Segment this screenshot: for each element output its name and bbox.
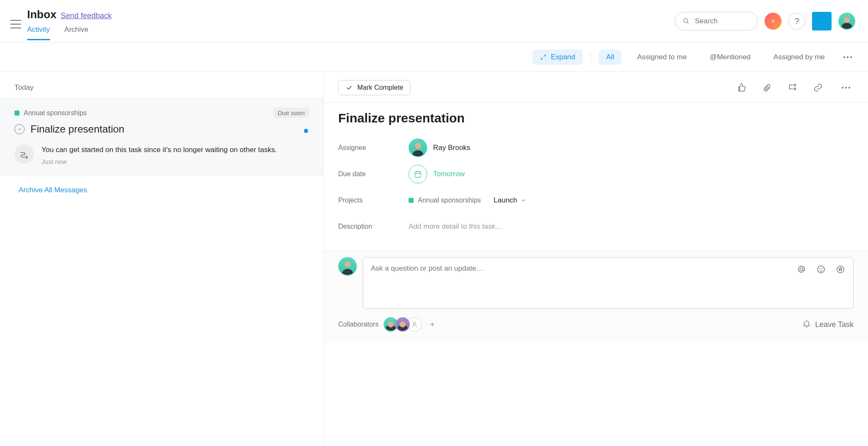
project-section-select[interactable]: Launch [494,196,527,205]
task-toolbar: Mark Complete [324,72,868,102]
svg-line-1 [687,22,688,23]
check-icon [345,84,353,91]
page-title: Inbox [27,8,56,21]
unread-indicator [304,129,308,133]
svg-point-0 [684,19,688,23]
mention-button[interactable] [796,264,807,274]
description-input[interactable]: Add more detail to this task… [409,222,503,231]
help-button[interactable]: ? [788,13,805,30]
send-feedback-link[interactable]: Send feedback [61,11,111,20]
archive-all-row: Archive All Messages [0,176,323,205]
field-due-date: Due date Tomorrow [338,163,854,185]
expand-label: Expand [551,53,576,61]
project-section-name: Launch [494,196,517,205]
smile-icon [816,265,826,274]
collaborators-row: Collaborators Leave Task [324,309,868,342]
search-input[interactable] [695,17,750,25]
subtask-icon [788,83,797,92]
svg-point-13 [413,322,415,324]
calendar-icon [409,165,427,183]
mark-complete-button[interactable]: Mark Complete [338,80,410,95]
leave-task-button[interactable]: Leave Task [802,320,854,329]
task-title[interactable]: Finalize presentation [338,111,854,125]
filter-assigned-to-me[interactable]: Assigned to me [629,50,694,65]
project-name: Annual sponsorships [24,109,87,117]
assignee-name: Ray Brooks [433,144,470,152]
due-date-value[interactable]: Tomorrow [409,165,465,183]
comment-composer-row [324,251,868,309]
due-badge: Due soon [273,108,309,118]
field-projects: Projects Annual sponsorships Launch [338,190,854,211]
notification-card[interactable]: Annual sponsorships Due soon Finalize pr… [0,99,323,176]
dependency-icon [14,144,34,164]
attachment-button[interactable] [762,83,772,93]
search-box[interactable] [675,12,758,30]
paperclip-icon [763,83,771,92]
svg-point-11 [822,269,822,269]
tab-activity[interactable]: Activity [27,25,50,40]
upgrade-button[interactable] [812,12,832,30]
separator [590,52,591,63]
person-icon [411,321,418,328]
assignee-label: Assignee [338,144,409,152]
complete-toggle[interactable] [14,124,25,134]
collaborators-label: Collaborators [338,321,378,328]
assignee-value[interactable]: Ray Brooks [409,139,470,157]
tab-archive[interactable]: Archive [64,25,89,40]
more-filters-button[interactable] [840,53,855,61]
archive-all-link[interactable]: Archive All Messages [19,186,87,194]
task-detail-pane: Mark Complete Finalize presentation Assi… [324,72,868,446]
main: Today Annual sponsorships Due soon Final… [0,72,868,446]
filter-mentioned[interactable]: @Mentioned [702,50,758,65]
assignee-avatar [409,139,427,157]
top-header: Inbox Send feedback Activity Archive ? [0,0,868,42]
copy-link-button[interactable] [813,83,823,93]
thumbs-up-icon [737,83,746,92]
task-body: Finalize presentation Assignee Ray Brook… [324,102,868,251]
plus-icon [770,18,776,24]
expand-icon [540,54,547,61]
collaborator-avatar[interactable] [395,317,410,332]
projects-label: Projects [338,197,409,204]
task-project-tag[interactable]: Annual sponsorships [409,197,481,204]
notification-message: You can get started on this task since i… [42,144,277,155]
bell-icon [802,320,811,329]
at-icon [797,265,806,274]
header-tabs: Activity Archive [27,25,111,40]
field-description: Description Add more detail to this task… [338,216,854,237]
my-avatar [338,257,357,276]
svg-rect-4 [415,172,420,177]
expand-button[interactable]: Expand [532,50,583,65]
filter-bar: Expand All Assigned to me @Mentioned Ass… [0,43,868,71]
header-tools: ? [675,12,855,30]
collaborator-avatars [386,317,439,332]
notification-time: Just now [42,158,277,165]
plus-icon [429,321,436,328]
inbox-pane: Today Annual sponsorships Due soon Final… [0,72,324,446]
due-date-label: Due date [338,170,409,178]
search-icon [683,17,690,25]
svg-point-9 [818,266,825,273]
add-collaborator-button[interactable] [426,318,439,331]
leave-task-label: Leave Task [815,320,854,329]
user-avatar[interactable] [838,13,855,30]
svg-point-10 [820,269,820,269]
emoji-button[interactable] [816,264,826,274]
mark-complete-label: Mark Complete [357,84,403,91]
field-assignee: Assignee Ray Brooks [338,137,854,158]
menu-toggle[interactable] [10,20,21,28]
like-button[interactable] [737,83,747,93]
filter-assigned-by-me[interactable]: Assigned by me [766,50,832,65]
comment-input[interactable] [371,264,796,281]
comment-composer[interactable] [363,257,854,309]
project-tag[interactable]: Annual sponsorships [14,109,87,117]
appreciate-button[interactable] [835,264,846,274]
project-color-dot [14,111,19,116]
subtask-button[interactable] [787,83,798,93]
task-more-button[interactable] [838,83,854,92]
inbox-section-label: Today [0,72,323,99]
create-button[interactable] [765,13,782,30]
filter-all[interactable]: All [598,50,622,65]
chevron-down-icon [520,197,526,203]
link-icon [813,83,823,92]
